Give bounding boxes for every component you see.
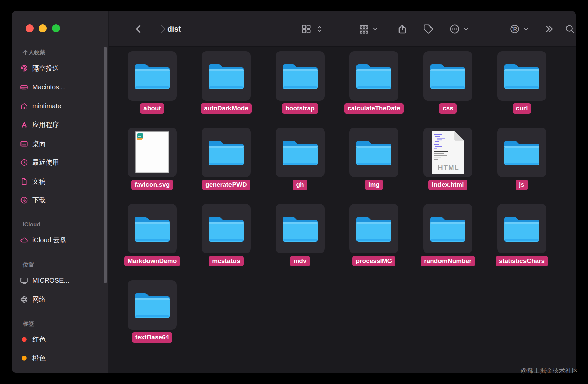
dot-icon [19, 335, 28, 344]
folder-icon [502, 137, 542, 167]
magnifier-icon-icon [564, 24, 575, 34]
right-menu-extension-button[interactable]: R [509, 11, 530, 47]
file-label: mdv [290, 256, 310, 266]
toolbar-overflow-button[interactable] [544, 11, 555, 47]
minimize-button[interactable] [39, 24, 47, 32]
sidebar-item-microsoft-pc[interactable]: MICROSE... [19, 273, 69, 288]
sort-chevrons-icon-icon [315, 24, 323, 34]
forward-button[interactable] [158, 11, 168, 47]
selection-backdrop [497, 51, 546, 101]
selection-backdrop [128, 204, 177, 253]
sidebar-item-label: 红色 [32, 335, 46, 344]
ellipsis-circle-icon-icon [449, 23, 460, 35]
sidebar-scrollbar[interactable] [104, 47, 107, 283]
file-item[interactable]: mdv [263, 204, 337, 280]
sidebar-item-label: mintimate [32, 102, 61, 110]
file-item[interactable]: js [485, 128, 559, 204]
file-label: index.html [428, 180, 467, 190]
sidebar-item-label: 桌面 [32, 139, 46, 148]
selection-backdrop [497, 128, 546, 177]
file-item[interactable]: calculateTheDate [337, 51, 411, 128]
chevron-down-icon [522, 25, 530, 33]
view-sort-button[interactable] [315, 11, 323, 47]
share-button[interactable] [397, 11, 408, 47]
dot-icon [19, 354, 28, 362]
desktop-icon [19, 139, 28, 148]
file-label: gh [293, 180, 307, 190]
folder-icon [428, 214, 468, 244]
download-circle-icon [19, 196, 28, 204]
back-button[interactable] [134, 11, 144, 47]
selection-backdrop [202, 204, 251, 253]
file-label: css [439, 103, 457, 114]
sidebar-item-label: 应用程序 [32, 120, 59, 129]
sidebar-section-header: 位置 [23, 261, 34, 269]
view-switcher-button[interactable] [301, 11, 312, 47]
file-item[interactable]: curl [485, 51, 559, 128]
file-item[interactable]: gh [263, 128, 337, 204]
selection-backdrop [423, 51, 472, 101]
file-item[interactable]: randomNumber [411, 204, 485, 280]
sidebar-section-header: iCloud [23, 221, 40, 229]
chevron-left-icon-icon [134, 23, 144, 35]
sidebar-item-applications[interactable]: 应用程序 [19, 117, 59, 132]
grid-view-icon-icon [301, 24, 312, 34]
sidebar-item-network[interactable]: 网络 [19, 292, 46, 307]
share-icon-icon [397, 23, 408, 35]
group-by-button[interactable] [358, 11, 379, 47]
file-label: textBase64 [132, 332, 172, 343]
file-label: js [516, 180, 528, 190]
sidebar-item-label: 最近使用 [32, 158, 59, 167]
file-item[interactable]: autoDarkMode [189, 51, 263, 128]
sidebar-item-tag-orange[interactable]: 橙色 [19, 351, 46, 366]
chevron-down-icon [462, 25, 470, 33]
sidebar-item-label: MICROSE... [32, 277, 69, 284]
sidebar-item-tag-red[interactable]: 红色 [19, 332, 46, 347]
file-browser-content[interactable]: about autoDarkMode bootstrap calculateTh… [109, 47, 576, 373]
file-label: mcstatus [209, 256, 243, 266]
watermark: @稀土掘金技术社区 [521, 367, 578, 375]
sidebar-item-downloads[interactable]: 下载 [19, 193, 46, 207]
file-label: bootstrap [282, 103, 318, 114]
sidebar-item-recents[interactable]: 最近使用 [19, 155, 59, 170]
zoom-button[interactable] [52, 24, 60, 32]
folder-icon [354, 214, 394, 244]
chevron-right-icon-icon [158, 23, 168, 35]
folder-icon [428, 61, 468, 91]
search-button[interactable] [564, 11, 575, 47]
file-item[interactable]: css [411, 51, 485, 128]
sidebar-item-home[interactable]: mintimate [19, 99, 61, 113]
sidebar-item-documents[interactable]: 文稿 [19, 174, 46, 189]
file-item[interactable]: statisticsChars [485, 204, 559, 280]
file-item[interactable]: about [115, 51, 189, 128]
sidebar-item-icloud-drive[interactable]: iCloud 云盘 [19, 233, 67, 247]
sidebar-item-desktop[interactable]: 桌面 [19, 136, 46, 151]
svg-image-icon [135, 131, 169, 173]
close-button[interactable] [26, 24, 34, 32]
file-item[interactable]: processIMG [337, 204, 411, 280]
file-item[interactable]: generatePWD [189, 128, 263, 204]
file-item[interactable]: mcstatus [189, 204, 263, 280]
file-item[interactable]: HTML index.html [411, 128, 485, 204]
file-item[interactable]: MarkdownDemo [115, 204, 189, 280]
sidebar-section-header: 标签 [23, 320, 34, 328]
selection-backdrop [349, 128, 398, 177]
selection-backdrop [349, 204, 398, 253]
file-item[interactable]: img [337, 128, 411, 204]
display-icon [19, 276, 28, 285]
folder-icon [354, 137, 394, 167]
file-label: curl [513, 103, 531, 114]
file-item[interactable]: favicon.svg [115, 128, 189, 204]
folder-icon [206, 214, 246, 244]
airdrop-icon [19, 64, 28, 73]
selection-backdrop [276, 51, 325, 101]
more-actions-button[interactable] [449, 11, 470, 47]
file-item[interactable]: bootstrap [263, 51, 337, 128]
tags-button[interactable] [423, 11, 434, 47]
sidebar-item-airdrop[interactable]: 隔空投送 [19, 61, 59, 76]
sidebar-item-macintosh-hd[interactable]: Macintos... [19, 80, 65, 94]
finder-window: dist R about autoDarkMode bootstrap calc… [12, 11, 576, 373]
folder-icon [354, 61, 394, 91]
file-item[interactable]: textBase64 [115, 280, 189, 357]
file-label: statisticsChars [496, 256, 548, 266]
